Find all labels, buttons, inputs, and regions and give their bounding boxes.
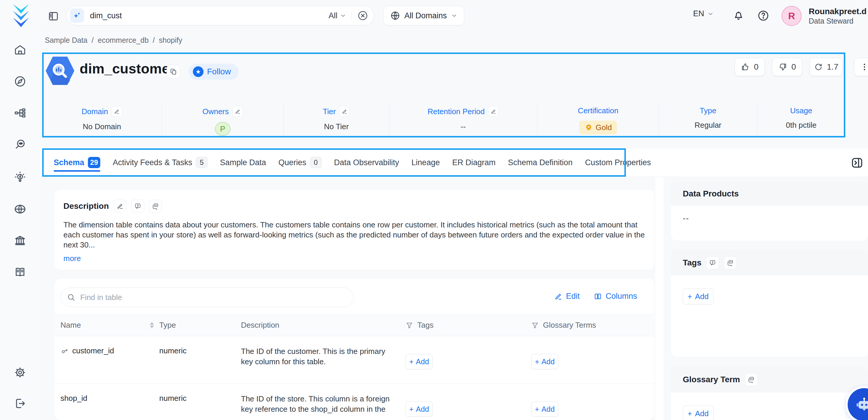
chevron-down-icon xyxy=(707,11,714,17)
domain-filter-dropdown[interactable]: All Domains xyxy=(383,6,464,25)
find-in-table-input[interactable] xyxy=(60,288,353,307)
description-card: Description The dimension table contains… xyxy=(55,190,654,270)
domain-label: Domain xyxy=(82,107,108,116)
column-type-cell: numeric xyxy=(159,384,241,403)
edit-owners-icon[interactable] xyxy=(232,106,243,117)
edit-tier-icon[interactable] xyxy=(339,106,350,117)
column-tags-cell: +Add xyxy=(406,336,531,369)
owner-avatar[interactable]: P xyxy=(215,122,230,136)
plus-icon: + xyxy=(687,409,692,418)
language-label: EN xyxy=(693,9,704,18)
tier-label: Tier xyxy=(323,107,336,116)
copy-name-icon[interactable] xyxy=(167,65,180,79)
settings-gear-icon[interactable] xyxy=(14,366,26,379)
tab-schema-definition[interactable]: Schema Definition xyxy=(508,148,572,177)
edit-description-icon[interactable] xyxy=(114,200,127,213)
usage-label: Usage xyxy=(790,106,812,115)
edit-retention-icon[interactable] xyxy=(488,106,499,117)
breadcrumb-item-database[interactable]: ecommerce_db xyxy=(98,36,148,44)
follow-button[interactable]: ★ Follow xyxy=(189,64,239,80)
breadcrumb-separator: / xyxy=(92,36,94,44)
tab-activity-feeds[interactable]: Activity Feeds & Tasks 5 xyxy=(113,148,208,177)
glossary-term-title: Glossary Term xyxy=(683,375,740,384)
explore-compass-icon[interactable] xyxy=(14,75,26,88)
description-comments-icon[interactable] xyxy=(149,200,162,213)
user-profile-menu[interactable]: R Rounakpreet.d Data Steward xyxy=(782,6,867,26)
tab-sample-data[interactable]: Sample Data xyxy=(220,148,266,177)
clear-search-icon[interactable] xyxy=(357,10,368,21)
search-scope-dropdown[interactable]: All xyxy=(329,11,346,20)
retention-value: -- xyxy=(461,122,466,131)
header-glossary-terms[interactable]: Glossary Terms xyxy=(531,321,654,330)
global-search-input[interactable] xyxy=(90,11,329,20)
breadcrumb-item-schema[interactable]: shopify xyxy=(159,36,182,44)
add-tag-button[interactable]: +Add xyxy=(406,354,433,369)
column-glossary-cell: +Add xyxy=(531,336,654,369)
notifications-bell-icon[interactable] xyxy=(732,9,745,22)
more-actions-kebab-button[interactable] xyxy=(854,58,868,76)
tab-data-observability[interactable]: Data Observability xyxy=(334,148,399,177)
column-name-cell[interactable]: customer_id xyxy=(55,336,159,355)
add-glossary-term-button[interactable]: +Add xyxy=(683,406,713,420)
column-glossary-cell: +Add xyxy=(531,384,654,417)
search-icon xyxy=(67,293,75,301)
tab-custom-properties[interactable]: Custom Properties xyxy=(585,148,651,177)
data-assets-hierarchy-icon[interactable] xyxy=(14,107,26,119)
chevron-down-icon xyxy=(340,12,346,19)
schema-table-header: Name Type Description Tags Glossary Term… xyxy=(55,314,654,336)
help-icon[interactable] xyxy=(757,9,770,22)
header-type: Type xyxy=(159,321,241,330)
domain-filter-label: All Domains xyxy=(404,11,447,20)
request-description-icon[interactable] xyxy=(131,200,144,213)
downvote-button[interactable]: 0 xyxy=(772,58,802,76)
tags-comments-icon[interactable] xyxy=(724,256,737,269)
tab-er-diagram[interactable]: ER Diagram xyxy=(452,148,495,177)
version-history-button[interactable]: 1.7 xyxy=(810,58,843,76)
header-tags[interactable]: Tags xyxy=(406,321,531,330)
add-glossary-term-button[interactable]: +Add xyxy=(531,401,558,417)
edit-table-button[interactable]: Edit xyxy=(554,292,580,301)
description-more-link[interactable]: more xyxy=(63,254,81,263)
primary-key-icon xyxy=(59,345,70,356)
tab-queries[interactable]: Queries 0 xyxy=(278,148,322,177)
breadcrumb-item-service[interactable]: Sample Data xyxy=(45,36,88,44)
sidebar-toggle-icon[interactable] xyxy=(48,11,59,22)
sort-icon[interactable] xyxy=(150,322,154,328)
data-products-card: Data Products -- xyxy=(671,182,868,241)
request-tags-icon[interactable] xyxy=(706,256,719,269)
certification-value: Gold xyxy=(596,123,612,132)
govern-bank-icon[interactable] xyxy=(14,234,26,247)
header-name[interactable]: Name xyxy=(55,321,159,330)
glossary-comments-icon[interactable] xyxy=(745,373,758,386)
upvote-button[interactable]: 0 xyxy=(735,58,765,76)
column-description-cell: The ID of the store. This column is a fo… xyxy=(241,384,406,420)
tab-lineage[interactable]: Lineage xyxy=(411,148,440,177)
add-tag-button[interactable]: +Add xyxy=(683,289,713,305)
insights-bulb-icon[interactable] xyxy=(14,171,26,183)
observability-icon[interactable] xyxy=(14,138,26,151)
data-products-title: Data Products xyxy=(683,189,739,199)
domains-globe-icon[interactable] xyxy=(14,203,26,215)
plus-icon: + xyxy=(535,405,539,414)
column-name-cell[interactable]: shop_id xyxy=(55,384,159,403)
schema-table-card: Edit Columns Name Type Description Tags … xyxy=(55,279,654,420)
tab-schema[interactable]: Schema 29 xyxy=(54,148,100,177)
table-row: shop_id numeric The ID of the store. Thi… xyxy=(55,384,654,420)
columns-settings-button[interactable]: Columns xyxy=(594,292,637,301)
downvote-count: 0 xyxy=(791,62,796,72)
breadcrumb-separator: / xyxy=(153,36,155,44)
add-tag-button[interactable]: +Add xyxy=(406,401,433,417)
main-scrollbar-track[interactable] xyxy=(655,177,663,420)
home-icon[interactable] xyxy=(14,44,26,56)
add-glossary-term-button[interactable]: +Add xyxy=(531,354,558,369)
language-dropdown[interactable]: EN xyxy=(693,9,714,18)
kebab-menu-icon xyxy=(860,63,868,71)
logout-icon[interactable] xyxy=(14,397,26,410)
edit-domain-icon[interactable] xyxy=(112,106,122,117)
global-search-bar[interactable]: All xyxy=(67,6,374,25)
header-description: Description xyxy=(241,321,406,330)
app-logo[interactable] xyxy=(11,3,31,27)
collapse-right-panel-icon[interactable] xyxy=(850,156,864,169)
app-screen: All All Domains EN R Rounakpreet.d Data … xyxy=(0,0,868,420)
glossary-book-icon[interactable] xyxy=(14,266,26,278)
